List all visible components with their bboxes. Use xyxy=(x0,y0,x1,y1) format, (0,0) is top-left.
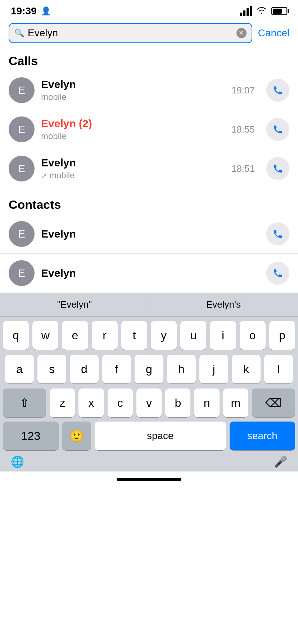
battery-icon xyxy=(271,7,287,15)
avatar: E xyxy=(9,116,35,142)
contact-info: Evelyn xyxy=(41,228,260,240)
contact-phone-button[interactable] xyxy=(266,262,289,285)
avatar: E xyxy=(9,156,35,181)
key-a[interactable]: a xyxy=(5,355,34,383)
call-type: ↗ mobile xyxy=(41,170,225,180)
search-bar-container: 🔍 ✕ Cancel xyxy=(0,20,298,47)
call-info: Evelyn mobile xyxy=(41,78,225,102)
call-type: mobile xyxy=(41,92,225,102)
call-row: E Evelyn ↗ mobile 18:51 xyxy=(0,149,298,188)
status-icons xyxy=(240,6,287,16)
key-b[interactable]: b xyxy=(165,388,190,417)
key-z[interactable]: z xyxy=(50,388,75,417)
key-m[interactable]: m xyxy=(223,388,248,417)
call-name: Evelyn xyxy=(41,78,225,91)
phone-icon xyxy=(272,163,283,174)
contact-row: E Evelyn xyxy=(0,254,298,293)
key-k[interactable]: k xyxy=(232,355,261,383)
call-info: Evelyn (2) mobile xyxy=(41,118,225,141)
status-bar: 19:39 👤 xyxy=(0,0,298,20)
microphone-icon[interactable]: 🎤 xyxy=(274,455,287,468)
call-time: 18:55 xyxy=(231,124,255,135)
key-w[interactable]: w xyxy=(32,321,58,350)
predictive-bar: "Evelyn" Evelyn's xyxy=(0,293,298,317)
space-key[interactable]: space xyxy=(95,422,226,450)
phone-icon xyxy=(272,124,283,135)
contact-name: Evelyn xyxy=(41,228,260,240)
person-icon: 👤 xyxy=(41,6,51,16)
call-time: 18:51 xyxy=(231,163,255,174)
key-v[interactable]: v xyxy=(136,388,162,417)
search-key[interactable]: search xyxy=(230,422,295,450)
contact-info: Evelyn xyxy=(41,267,260,279)
call-phone-button[interactable] xyxy=(266,118,289,141)
key-x[interactable]: x xyxy=(78,388,104,417)
key-c[interactable]: c xyxy=(108,388,133,417)
call-name-missed: Evelyn (2) xyxy=(41,118,225,130)
call-row: E Evelyn (2) mobile 18:55 xyxy=(0,110,298,149)
call-time: 19:07 xyxy=(231,85,255,96)
call-name: Evelyn xyxy=(41,157,225,169)
key-d[interactable]: d xyxy=(70,355,99,383)
emoji-key[interactable]: 🙂 xyxy=(62,422,91,450)
contact-name: Evelyn xyxy=(41,267,260,279)
call-type: mobile xyxy=(41,131,225,141)
calls-section-header: Calls xyxy=(0,47,298,71)
key-o[interactable]: o xyxy=(240,321,266,350)
key-row-3: ⇧ z x c v b n m ⌫ xyxy=(3,388,295,417)
key-h[interactable]: h xyxy=(167,355,196,383)
key-e[interactable]: e xyxy=(62,321,88,350)
key-t[interactable]: t xyxy=(121,321,147,350)
key-f[interactable]: f xyxy=(102,355,131,383)
predictive-item[interactable]: "Evelyn" xyxy=(0,293,149,316)
wifi-icon xyxy=(256,6,267,16)
key-g[interactable]: g xyxy=(135,355,163,383)
key-p[interactable]: p xyxy=(269,321,295,350)
phone-icon xyxy=(272,85,283,96)
phone-icon xyxy=(272,229,283,239)
calls-section: Calls E Evelyn mobile 19:07 E Evelyn (2)… xyxy=(0,47,298,188)
key-q[interactable]: q xyxy=(3,321,29,350)
key-n[interactable]: n xyxy=(194,388,219,417)
avatar: E xyxy=(9,260,35,286)
home-indicator xyxy=(117,478,181,481)
status-time: 19:39 xyxy=(11,5,37,17)
globe-icon[interactable]: 🌐 xyxy=(11,455,24,468)
missed-count: (2) xyxy=(79,118,92,129)
key-u[interactable]: u xyxy=(180,321,206,350)
contact-phone-button[interactable] xyxy=(266,222,289,245)
search-clear-button[interactable]: ✕ xyxy=(236,28,247,38)
keyboard: "Evelyn" Evelyn's q w e r t y u i o p a … xyxy=(0,293,298,472)
key-i[interactable]: i xyxy=(210,321,236,350)
cancel-button[interactable]: Cancel xyxy=(258,27,289,39)
delete-key[interactable]: ⌫ xyxy=(252,388,295,417)
signal-bars-icon xyxy=(240,6,252,16)
key-y[interactable]: y xyxy=(151,321,177,350)
key-j[interactable]: j xyxy=(199,355,228,383)
call-info: Evelyn ↗ mobile xyxy=(41,157,225,180)
key-r[interactable]: r xyxy=(92,321,118,350)
home-indicator-row xyxy=(0,472,298,487)
search-input-wrapper: 🔍 ✕ xyxy=(9,23,252,43)
phone-icon xyxy=(272,268,283,279)
status-time-group: 19:39 👤 xyxy=(11,5,51,17)
avatar: E xyxy=(9,221,35,247)
key-s[interactable]: s xyxy=(37,355,66,383)
keyboard-rows: q w e r t y u i o p a s d f g h j k l ⇧ … xyxy=(0,317,298,419)
call-row: E Evelyn mobile 19:07 xyxy=(0,71,298,110)
key-row-2: a s d f g h j k l xyxy=(3,355,295,383)
outgoing-arrow-icon: ↗ xyxy=(41,171,47,180)
contact-row: E Evelyn xyxy=(0,215,298,254)
key-row-1: q w e r t y u i o p xyxy=(3,321,295,350)
contacts-section-header: Contacts xyxy=(0,191,298,215)
call-phone-button[interactable] xyxy=(266,157,289,180)
keyboard-bottom-row: 123 🙂 space search xyxy=(0,419,298,453)
key-l[interactable]: l xyxy=(264,355,293,383)
numbers-key[interactable]: 123 xyxy=(3,422,59,450)
search-magnifier-icon: 🔍 xyxy=(14,28,24,38)
call-phone-button[interactable] xyxy=(266,79,289,102)
shift-key[interactable]: ⇧ xyxy=(3,388,46,417)
search-input[interactable] xyxy=(28,27,233,39)
predictive-item[interactable]: Evelyn's xyxy=(149,293,298,316)
contacts-section: Contacts E Evelyn E Evelyn xyxy=(0,191,298,293)
